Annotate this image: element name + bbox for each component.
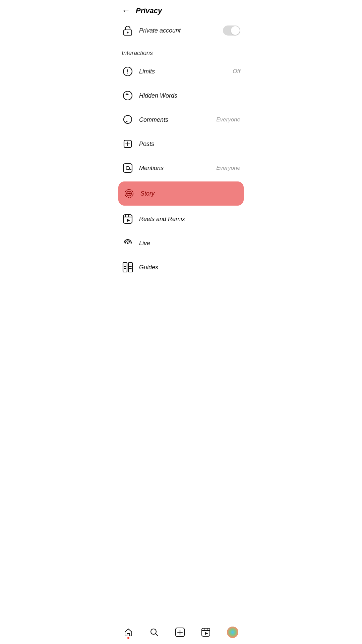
reels-icon [122, 213, 134, 225]
comments-value: Everyone [216, 116, 240, 123]
menu-item-mentions[interactable]: Mentions Everyone [116, 156, 246, 180]
svg-point-1 [127, 32, 129, 34]
svg-rect-22 [128, 263, 132, 272]
menu-item-comments[interactable]: Comments Everyone [116, 108, 246, 132]
back-button[interactable]: ← [122, 5, 130, 16]
menu-item-guides[interactable]: Guides [116, 255, 246, 279]
svg-point-20 [127, 243, 129, 244]
svg-rect-34 [202, 628, 210, 636]
live-label: Live [139, 240, 150, 247]
reels-nav-icon [201, 628, 210, 637]
guides-label: Guides [139, 264, 158, 271]
svg-rect-15 [123, 215, 132, 223]
private-account-label: Private account [139, 27, 181, 34]
svg-marker-38 [205, 632, 208, 635]
menu-item-posts[interactable]: Posts [116, 132, 246, 156]
svg-point-5 [124, 115, 132, 123]
story-label: Story [140, 190, 155, 197]
bottom-nav [116, 623, 246, 644]
page-title: Privacy [136, 6, 162, 15]
limits-value: Off [233, 68, 240, 75]
svg-marker-19 [127, 219, 130, 222]
add-icon [175, 627, 185, 637]
menu-item-hidden-words[interactable]: Hidden Words [116, 84, 246, 108]
header: ← Privacy [116, 0, 246, 20]
mentions-icon [122, 162, 134, 174]
nav-add[interactable] [175, 627, 185, 637]
story-icon [123, 187, 135, 200]
nav-home[interactable] [124, 628, 133, 637]
svg-text:!: ! [127, 69, 128, 74]
guides-icon [122, 261, 134, 273]
svg-rect-9 [123, 164, 132, 172]
comments-label: Comments [139, 116, 168, 123]
home-icon [124, 628, 133, 637]
mentions-value: Everyone [216, 165, 240, 171]
mentions-label: Mentions [139, 165, 164, 172]
hidden-words-icon [122, 90, 134, 102]
posts-icon [122, 138, 134, 150]
private-account-row: Private account [116, 20, 246, 42]
svg-rect-21 [123, 263, 127, 272]
limits-icon: ! [122, 65, 134, 77]
menu-item-story[interactable]: Story [118, 181, 244, 206]
svg-point-10 [126, 166, 129, 170]
nav-reels[interactable] [201, 628, 210, 637]
nav-search[interactable] [149, 628, 159, 637]
search-icon [149, 628, 159, 637]
reels-label: Reels and Remix [139, 216, 185, 223]
limits-label: Limits [139, 68, 155, 75]
svg-point-4 [123, 91, 132, 100]
svg-line-30 [156, 634, 158, 636]
hidden-words-label: Hidden Words [139, 92, 177, 99]
comments-icon [122, 114, 134, 126]
private-account-toggle[interactable] [223, 25, 240, 36]
menu-item-live[interactable]: Live [116, 231, 246, 255]
menu-item-limits[interactable]: ! Limits Off [116, 59, 246, 84]
profile-avatar [227, 627, 238, 638]
menu-item-reels[interactable]: Reels and Remix [116, 207, 246, 231]
nav-profile[interactable] [227, 627, 238, 638]
home-active-dot [127, 637, 129, 639]
posts-label: Posts [139, 141, 154, 148]
live-icon [122, 237, 134, 249]
svg-point-39 [227, 627, 238, 638]
lock-icon [122, 24, 134, 37]
interactions-section-label: Interactions [116, 42, 246, 59]
